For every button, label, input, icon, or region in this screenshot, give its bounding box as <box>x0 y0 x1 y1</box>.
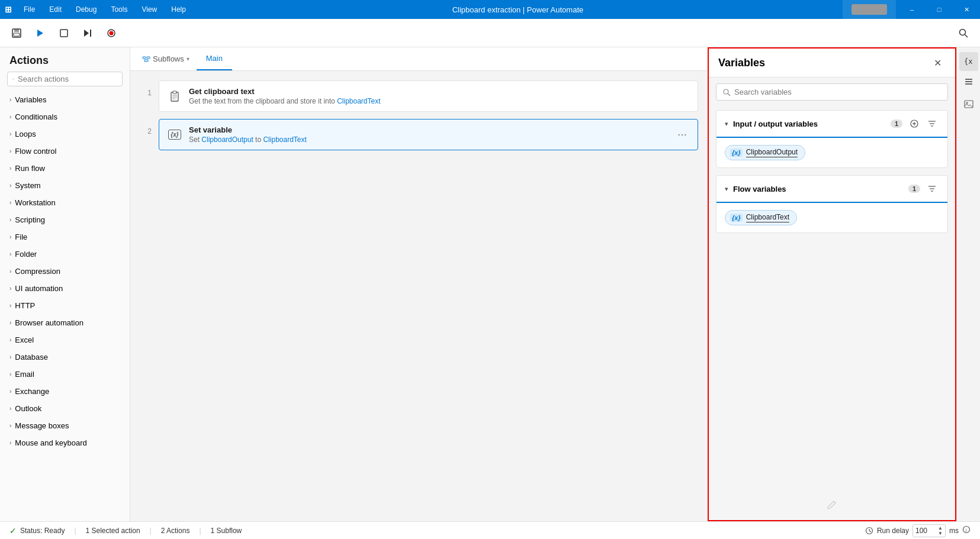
menu-help[interactable]: Help <box>164 0 193 19</box>
sidebar-item-mouse-and-keyboard[interactable]: › Mouse and keyboard <box>0 434 130 451</box>
filter-flow-variables-button[interactable] <box>925 182 939 196</box>
step-card-1[interactable]: Get clipboard text Get the text from the… <box>159 80 698 112</box>
svg-line-40 <box>869 531 871 532</box>
svg-line-12 <box>14 79 14 80</box>
search-icon[interactable] <box>954 24 973 43</box>
sidebar-item-variables[interactable]: › Variables <box>0 91 130 108</box>
spinner-up[interactable]: ▲ <box>938 525 943 531</box>
chevron-icon: › <box>9 285 11 292</box>
subflows-chevron: ▾ <box>187 56 189 62</box>
menu-view[interactable]: View <box>134 0 164 19</box>
svg-rect-15 <box>144 60 148 62</box>
tab-subflows[interactable]: Subflows ▾ <box>135 47 197 70</box>
add-variable-button[interactable] <box>907 117 921 131</box>
sidebar-item-label: Email <box>15 370 34 379</box>
run-button[interactable] <box>31 24 50 43</box>
svg-marker-3 <box>37 30 43 37</box>
variables-sidebar-button[interactable]: {x} <box>959 52 978 71</box>
sidebar-item-conditionals[interactable]: › Conditionals <box>0 108 130 125</box>
sidebar-item-message-boxes[interactable]: › Message boxes <box>0 417 130 434</box>
step-1-link[interactable]: ClipboardText <box>337 97 380 105</box>
actions-search-box[interactable] <box>7 72 123 86</box>
input-output-actions <box>907 117 939 131</box>
variables-panel: Variables ✕ ▾ Input / output variables 1 <box>708 47 956 521</box>
user-avatar[interactable] <box>843 0 896 19</box>
sidebar-item-http[interactable]: › HTTP <box>0 297 130 314</box>
sidebar-item-workstation[interactable]: › Workstation <box>0 194 130 211</box>
sidebar-item-ui-automation[interactable]: › UI automation <box>0 280 130 297</box>
step-2-link1[interactable]: ClipboardOutput <box>201 135 253 144</box>
sidebar-item-excel[interactable]: › Excel <box>0 331 130 348</box>
menu-tools[interactable]: Tools <box>104 0 134 19</box>
sidebar-item-exchange[interactable]: › Exchange <box>0 383 130 400</box>
sidebar-item-run-flow[interactable]: › Run flow <box>0 160 130 177</box>
flow-variables-body: {x} ClipboardText <box>716 203 947 233</box>
tab-main[interactable]: Main <box>197 47 232 70</box>
chevron-icon: › <box>9 405 11 412</box>
stop-button[interactable] <box>54 24 73 43</box>
variables-close-button[interactable]: ✕ <box>929 54 946 71</box>
info-icon[interactable]: i <box>962 525 971 535</box>
menu-file[interactable]: File <box>17 0 42 19</box>
maximize-button[interactable]: □ <box>926 0 953 19</box>
sidebar-item-outlook[interactable]: › Outlook <box>0 400 130 417</box>
sidebar-item-database[interactable]: › Database <box>0 348 130 366</box>
sidebar-item-label: Scripting <box>15 215 45 224</box>
step-1-title: Get clipboard text <box>189 87 689 96</box>
flow-variables-section-title: Flow variables <box>733 185 904 193</box>
minimize-button[interactable]: – <box>898 0 926 19</box>
svg-point-21 <box>724 89 728 94</box>
step-card-2[interactable]: {x} Set variable Set ClipboardOutput to … <box>159 119 698 150</box>
variable-chip-label: ClipboardOutput <box>746 148 798 157</box>
sidebar-item-system[interactable]: › System <box>0 177 130 194</box>
step-1-content: Get clipboard text Get the text from the… <box>189 87 689 105</box>
sidebar-item-email[interactable]: › Email <box>0 366 130 383</box>
search-variables-input[interactable] <box>734 88 942 96</box>
sidebar-item-label: Message boxes <box>15 421 69 430</box>
sidebar-item-folder[interactable]: › Folder <box>0 246 130 263</box>
sidebar-item-label: Mouse and keyboard <box>15 438 86 447</box>
menu-edit[interactable]: Edit <box>42 0 69 19</box>
sidebar-item-loops[interactable]: › Loops <box>0 125 130 143</box>
tabs-bar: Subflows ▾ Main <box>130 47 708 71</box>
variable-chip-clipboard-output[interactable]: {x} ClipboardOutput <box>725 145 805 160</box>
flow-variables-section: ▾ Flow variables 1 {x} Clipboa <box>716 175 948 233</box>
run-delay-input[interactable]: 100 ▲ ▼ <box>912 524 946 537</box>
sidebar-item-scripting[interactable]: › Scripting <box>0 211 130 228</box>
chevron-icon: › <box>9 131 11 137</box>
image-sidebar-button[interactable] <box>959 95 978 114</box>
variables-search-icon <box>722 88 731 96</box>
variables-search-box[interactable] <box>716 83 948 101</box>
toolbar <box>0 19 980 47</box>
sidebar-item-compression[interactable]: › Compression <box>0 263 130 280</box>
run-delay-spinner[interactable]: ▲ ▼ <box>938 525 943 536</box>
filter-variables-button[interactable] <box>925 117 939 131</box>
save-button[interactable] <box>7 24 26 43</box>
separator-1: | <box>74 527 76 535</box>
menu-debug[interactable]: Debug <box>69 0 104 19</box>
svg-marker-5 <box>84 30 89 37</box>
step-2-link2[interactable]: ClipboardText <box>263 135 306 144</box>
actions-list: › Variables › Conditionals › Loops › Flo… <box>0 91 130 521</box>
search-actions-input[interactable] <box>18 75 117 83</box>
close-button[interactable]: ✕ <box>953 0 980 19</box>
selected-actions-count: 1 Selected action <box>86 527 140 535</box>
sidebar-item-label: Run flow <box>15 164 45 173</box>
spinner-down[interactable]: ▼ <box>938 531 943 536</box>
status-ready: ✓ Status: Ready <box>9 526 65 535</box>
flow-variables-section-header[interactable]: ▾ Flow variables 1 <box>716 176 947 203</box>
sidebar-item-label: Loops <box>15 130 36 138</box>
next-button[interactable] <box>78 24 97 43</box>
sidebar-item-label: UI automation <box>15 284 63 293</box>
chevron-icon: › <box>9 440 11 446</box>
sidebar-item-label: HTTP <box>15 301 35 310</box>
layers-sidebar-button[interactable] <box>959 73 978 92</box>
step-menu-button[interactable]: ⋯ <box>675 128 689 141</box>
svg-text:i: i <box>966 528 968 533</box>
sidebar-item-file[interactable]: › File <box>0 228 130 246</box>
sidebar-item-browser-automation[interactable]: › Browser automation <box>0 314 130 331</box>
record-button[interactable] <box>102 24 121 43</box>
input-output-section-header[interactable]: ▾ Input / output variables 1 <box>716 111 947 138</box>
variable-chip-clipboard-text[interactable]: {x} ClipboardText <box>725 210 797 225</box>
sidebar-item-flow-control[interactable]: › Flow control <box>0 143 130 160</box>
